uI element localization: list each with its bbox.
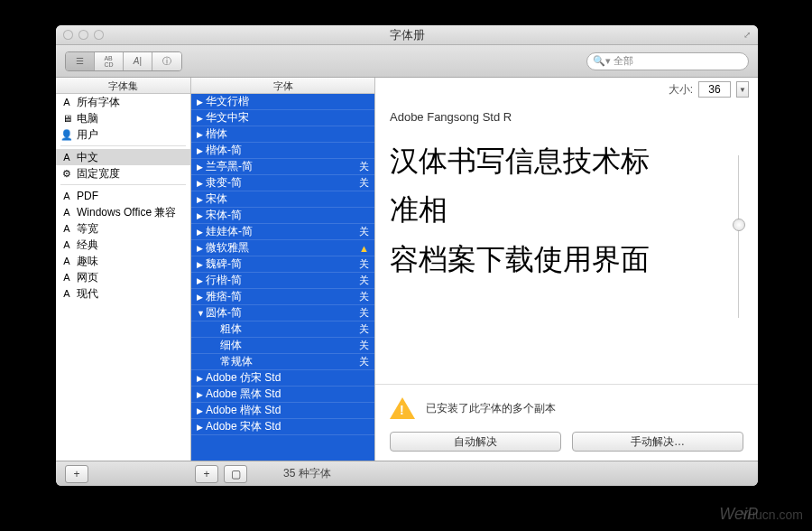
font-item[interactable]: ▼圆体-简关 bbox=[191, 305, 374, 321]
font-item[interactable]: ▶娃娃体-简关 bbox=[191, 224, 374, 240]
collection-item[interactable]: A经典 bbox=[56, 237, 190, 253]
add-collection-button[interactable]: + bbox=[65, 465, 88, 483]
search-icon: 🔍▾ bbox=[593, 55, 611, 67]
size-dropdown[interactable]: ▼ bbox=[736, 81, 749, 98]
disclosure-arrow[interactable]: ▶ bbox=[197, 195, 206, 204]
font-item[interactable]: 细体关 bbox=[191, 338, 374, 354]
search-field[interactable]: 🔍▾ 全部 bbox=[586, 52, 749, 70]
disclosure-arrow[interactable]: ▶ bbox=[197, 293, 206, 302]
view-sample[interactable]: A| bbox=[124, 52, 152, 70]
view-grid[interactable]: ABCD bbox=[95, 52, 124, 70]
disclosure-arrow[interactable]: ▶ bbox=[197, 179, 206, 188]
statusbar: + + ▢ 35 种字体 bbox=[56, 461, 758, 486]
font-item[interactable]: 常规体关 bbox=[191, 354, 374, 370]
toolbar: ☰ ABCD A| ⓘ 🔍▾ 全部 bbox=[56, 45, 758, 78]
disclosure-arrow[interactable]: ▶ bbox=[197, 423, 206, 432]
font-label: Adobe 仿宋 Std bbox=[206, 370, 369, 386]
font-item[interactable]: ▶楷体-简 bbox=[191, 143, 374, 159]
collection-label: 现代 bbox=[77, 286, 98, 302]
fonts-list[interactable]: ▶华文行楷▶华文中宋▶楷体▶楷体-简▶兰亭黑-简关▶隶变-简关▶宋体▶宋体-简▶… bbox=[191, 94, 374, 461]
disclosure-arrow[interactable]: ▶ bbox=[197, 114, 206, 123]
font-item[interactable]: ▶魏碑-简关 bbox=[191, 256, 374, 273]
font-item[interactable]: ▶兰亭黑-简关 bbox=[191, 159, 374, 175]
fullscreen-icon[interactable]: ⤢ bbox=[743, 30, 751, 40]
font-item[interactable]: ▶Adobe 仿宋 Std bbox=[191, 370, 374, 387]
font-badge: 关 bbox=[359, 306, 369, 320]
font-label: 常规体 bbox=[206, 354, 359, 369]
collection-label: Windows Office 兼容 bbox=[77, 205, 176, 220]
font-label: 楷体 bbox=[206, 126, 369, 142]
font-label: 粗体 bbox=[206, 321, 359, 337]
font-item[interactable]: ▶Adobe 黑体 Std bbox=[191, 387, 374, 403]
collection-item[interactable]: A趣味 bbox=[56, 253, 190, 269]
warning-icon bbox=[390, 397, 415, 419]
collection-item[interactable]: APDF bbox=[56, 188, 190, 204]
manual-resolve-button[interactable]: 手动解决… bbox=[572, 432, 743, 452]
font-book-window: 字体册 ⤢ ☰ ABCD A| ⓘ 🔍▾ 全部 字体集 A所有字体🖥电脑👤用户A… bbox=[56, 25, 758, 486]
collection-item[interactable]: AWindows Office 兼容 bbox=[56, 204, 190, 220]
font-item[interactable]: ▶华文中宋 bbox=[191, 110, 374, 126]
collection-label: PDF bbox=[77, 190, 98, 202]
collection-item[interactable]: ⚙固定宽度 bbox=[56, 165, 190, 182]
collection-item[interactable]: A等宽 bbox=[56, 220, 190, 237]
disclosure-arrow[interactable]: ▶ bbox=[197, 98, 206, 107]
watermark2: Yuucn.com bbox=[741, 508, 803, 522]
font-item[interactable]: ▶宋体 bbox=[191, 191, 374, 208]
disclosure-arrow[interactable]: ▶ bbox=[197, 163, 206, 172]
collection-item[interactable]: 👤用户 bbox=[56, 126, 190, 143]
collections-column: 字体集 A所有字体🖥电脑👤用户A中文⚙固定宽度APDFAWindows Offi… bbox=[56, 78, 191, 461]
disclosure-arrow[interactable]: ▶ bbox=[197, 228, 206, 237]
close-button[interactable] bbox=[63, 30, 73, 40]
disclosure-arrow[interactable]: ▶ bbox=[197, 406, 206, 415]
collection-icon: ⚙ bbox=[60, 168, 73, 180]
disclosure-arrow[interactable]: ▶ bbox=[197, 260, 206, 269]
collection-item[interactable]: A所有字体 bbox=[56, 94, 190, 110]
collection-icon: A bbox=[60, 207, 73, 218]
font-label: 宋体 bbox=[206, 191, 369, 207]
font-name-label: Adobe Fangsong Std R bbox=[390, 110, 733, 124]
collection-label: 等宽 bbox=[77, 221, 98, 237]
add-font-button[interactable]: + bbox=[195, 465, 218, 483]
disclosure-arrow[interactable]: ▶ bbox=[197, 130, 206, 139]
view-info[interactable]: ⓘ bbox=[152, 52, 181, 70]
disclosure-arrow[interactable]: ▶ bbox=[197, 390, 206, 399]
collection-label: 趣味 bbox=[77, 254, 98, 269]
auto-resolve-button[interactable]: 自动解决 bbox=[390, 432, 561, 452]
disclosure-arrow[interactable]: ▼ bbox=[197, 309, 206, 318]
font-item[interactable]: ▶楷体 bbox=[191, 126, 374, 143]
font-item[interactable]: ▶Adobe 宋体 Std bbox=[191, 419, 374, 435]
font-label: 兰亭黑-简 bbox=[206, 159, 359, 174]
toggle-font-button[interactable]: ▢ bbox=[224, 465, 247, 483]
collection-label: 所有字体 bbox=[77, 95, 120, 110]
font-item[interactable]: ▶隶变-简关 bbox=[191, 175, 374, 191]
font-label: Adobe 楷体 Std bbox=[206, 403, 369, 418]
disclosure-arrow[interactable]: ▶ bbox=[197, 146, 206, 155]
font-item[interactable]: ▶微软雅黑▲ bbox=[191, 240, 374, 256]
collection-item[interactable]: A中文 bbox=[56, 149, 190, 165]
size-slider[interactable] bbox=[738, 155, 743, 318]
fonts-column: 字体 ▶华文行楷▶华文中宋▶楷体▶楷体-简▶兰亭黑-简关▶隶变-简关▶宋体▶宋体… bbox=[191, 78, 375, 461]
font-item[interactable]: ▶雅痞-简关 bbox=[191, 289, 374, 305]
disclosure-arrow[interactable]: ▶ bbox=[197, 244, 206, 253]
collection-item[interactable]: A现代 bbox=[56, 285, 190, 302]
font-item[interactable]: ▶行楷-简关 bbox=[191, 273, 374, 289]
font-item[interactable]: 粗体关 bbox=[191, 321, 374, 338]
font-label: 圆体-简 bbox=[206, 305, 359, 321]
font-item[interactable]: ▶华文行楷 bbox=[191, 94, 374, 110]
font-item[interactable]: ▶Adobe 楷体 Std bbox=[191, 403, 374, 419]
collection-label: 用户 bbox=[77, 127, 98, 143]
slider-thumb[interactable] bbox=[733, 219, 745, 231]
font-badge: 关 bbox=[359, 322, 369, 336]
disclosure-arrow[interactable]: ▶ bbox=[197, 211, 206, 220]
disclosure-arrow[interactable]: ▶ bbox=[197, 374, 206, 383]
size-input[interactable] bbox=[698, 81, 731, 98]
zoom-button[interactable] bbox=[94, 30, 104, 40]
collections-list[interactable]: A所有字体🖥电脑👤用户A中文⚙固定宽度APDFAWindows Office 兼… bbox=[56, 94, 190, 461]
collection-item[interactable]: 🖥电脑 bbox=[56, 110, 190, 126]
font-item[interactable]: ▶宋体-简 bbox=[191, 208, 374, 224]
view-columns[interactable]: ☰ bbox=[66, 52, 95, 70]
collection-item[interactable]: A网页 bbox=[56, 269, 190, 285]
collection-icon: A bbox=[60, 256, 73, 266]
minimize-button[interactable] bbox=[78, 30, 88, 40]
disclosure-arrow[interactable]: ▶ bbox=[197, 276, 206, 285]
